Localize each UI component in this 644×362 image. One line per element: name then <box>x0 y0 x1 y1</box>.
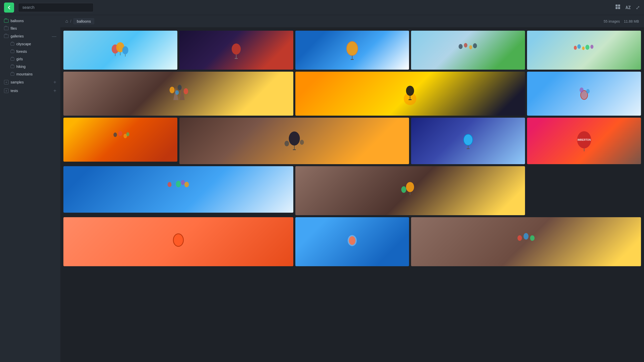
svg-point-38 <box>580 87 584 93</box>
image-cell[interactable] <box>411 217 641 266</box>
sidebar-label-balloons: balloons <box>11 19 56 23</box>
expand-samples-icon: + <box>4 80 9 84</box>
image-count: 55 images <box>603 19 620 23</box>
image-cell[interactable] <box>63 118 177 162</box>
svg-rect-55 <box>584 148 584 151</box>
svg-rect-52 <box>467 148 470 149</box>
svg-point-17 <box>459 44 463 49</box>
home-icon[interactable]: ⌂ <box>65 19 68 24</box>
image-cell[interactable] <box>295 72 525 116</box>
svg-point-61 <box>406 182 414 192</box>
breadcrumb-separator: / <box>70 19 71 24</box>
image-cell[interactable] <box>179 118 409 164</box>
sidebar-item-forests[interactable]: forests <box>0 48 60 55</box>
sidebar-item-girls[interactable]: girls <box>0 55 60 63</box>
svg-point-41 <box>118 131 122 136</box>
image-cell[interactable]: IMBERTON <box>527 118 641 164</box>
topbar: AZ ⤢ <box>0 0 644 15</box>
svg-point-44 <box>289 131 300 146</box>
sidebar-label-files: files <box>11 26 56 30</box>
svg-point-29 <box>178 85 182 90</box>
svg-point-19 <box>469 45 472 49</box>
image-cell[interactable] <box>527 31 641 70</box>
image-cell[interactable] <box>527 72 641 116</box>
svg-rect-11 <box>236 55 236 58</box>
svg-point-30 <box>184 88 188 94</box>
svg-point-57 <box>171 180 176 186</box>
sidebar-label-mountains: mountains <box>16 72 56 76</box>
svg-rect-48 <box>293 149 296 150</box>
svg-point-21 <box>574 46 577 50</box>
expand-tests-icon: + <box>4 88 9 93</box>
image-cell[interactable] <box>411 118 525 164</box>
back-button[interactable] <box>4 3 14 13</box>
svg-point-43 <box>126 132 129 136</box>
content-area: ⌂ / balloons 55 images 11.88 MB <box>60 15 644 362</box>
svg-point-25 <box>590 45 593 49</box>
image-cell[interactable] <box>63 166 293 213</box>
sidebar-label-hiking: hiking <box>16 65 56 69</box>
expand-button[interactable]: ⤢ <box>636 5 640 11</box>
svg-text:IMBERTON: IMBERTON <box>577 139 591 141</box>
svg-point-18 <box>464 43 467 48</box>
sidebar-item-samples[interactable]: + samples + <box>0 78 60 86</box>
svg-point-45 <box>285 141 289 146</box>
svg-point-22 <box>577 44 581 49</box>
sort-az-icon[interactable]: AZ <box>626 5 631 10</box>
svg-rect-15 <box>352 56 352 59</box>
svg-point-67 <box>349 236 355 245</box>
svg-point-58 <box>176 181 181 187</box>
sidebar-label-galleries: galleries <box>11 34 50 38</box>
image-cell[interactable] <box>295 31 409 70</box>
sidebar-item-balloons[interactable]: balloons <box>0 17 60 25</box>
sidebar-label-cityscape: cityscape <box>16 42 56 46</box>
svg-rect-51 <box>468 145 468 148</box>
sidebar-label-tests: tests <box>11 89 51 93</box>
file-size: 11.88 MB <box>624 19 639 23</box>
svg-rect-8 <box>115 54 115 56</box>
collapse-icon: — <box>52 34 56 38</box>
search-input[interactable] <box>18 3 94 12</box>
sidebar-item-cityscape[interactable]: cityscape <box>0 40 60 48</box>
sidebar-item-mountains[interactable]: mountains <box>0 70 60 78</box>
svg-rect-16 <box>351 59 354 60</box>
svg-point-10 <box>232 43 241 55</box>
svg-point-20 <box>473 43 477 48</box>
svg-rect-7 <box>120 52 120 55</box>
image-cell[interactable] <box>411 31 525 70</box>
sidebar-item-hiking[interactable]: hiking <box>0 63 60 70</box>
svg-point-28 <box>170 87 175 93</box>
svg-rect-34 <box>410 96 410 99</box>
svg-point-24 <box>585 45 589 50</box>
add-tests-icon[interactable]: + <box>53 88 56 93</box>
sidebar-label-forests: forests <box>16 50 56 54</box>
image-grid: IMBERTON <box>60 28 644 362</box>
svg-point-59 <box>181 180 185 185</box>
svg-point-39 <box>586 89 590 94</box>
grid-view-icon[interactable] <box>615 4 621 11</box>
sidebar: balloons files galleries — cityscape for… <box>0 15 60 362</box>
svg-point-69 <box>524 233 529 240</box>
image-cell[interactable] <box>295 166 525 215</box>
sidebar-item-galleries[interactable]: galleries — <box>0 32 60 40</box>
svg-point-56 <box>168 182 172 187</box>
add-samples-icon[interactable]: + <box>53 80 56 85</box>
sidebar-item-tests[interactable]: + tests + <box>0 86 60 95</box>
image-cell[interactable] <box>63 217 293 266</box>
svg-point-6 <box>122 46 128 54</box>
breadcrumb: ⌂ / balloons 55 images 11.88 MB <box>60 15 644 28</box>
svg-point-40 <box>113 132 117 137</box>
sidebar-label-samples: samples <box>11 80 51 84</box>
image-cell[interactable] <box>295 217 409 266</box>
svg-point-60 <box>184 182 189 187</box>
image-cell[interactable] <box>63 72 293 116</box>
image-cell[interactable] <box>179 31 293 70</box>
sidebar-item-files[interactable]: files <box>0 25 60 32</box>
svg-point-46 <box>300 140 304 145</box>
svg-point-23 <box>582 47 585 50</box>
svg-point-31 <box>175 90 179 95</box>
image-cell[interactable] <box>63 31 177 70</box>
svg-rect-1 <box>618 5 620 7</box>
topbar-icons: AZ ⤢ <box>615 4 640 11</box>
svg-point-33 <box>406 86 414 96</box>
